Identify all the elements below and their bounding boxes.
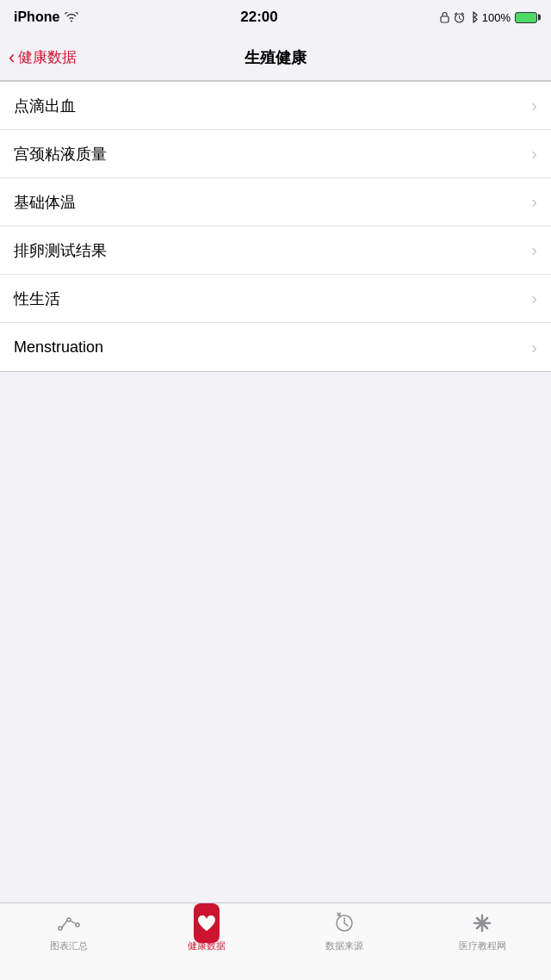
list-item-spotting-bleeding[interactable]: 点滴出血›	[0, 82, 551, 130]
tab-bar: 图表汇总 健康数据 数据来源	[0, 902, 551, 980]
main-content: 点滴出血›宫颈粘液质量›基础体温›排卵测试结果›性生活›Menstruation…	[0, 81, 551, 902]
lock-icon	[440, 11, 449, 23]
chevron-icon-ovulation-test: ›	[531, 240, 537, 260]
health-data-tab-icon	[194, 910, 220, 936]
data-sources-tab-label: 数据来源	[325, 940, 363, 952]
list-item-basal-body-temp[interactable]: 基础体温›	[0, 178, 551, 226]
list-item-label-spotting-bleeding: 点滴出血	[14, 96, 76, 116]
list-item-cervical-mucus[interactable]: 宫颈粘液质量›	[0, 130, 551, 178]
chevron-icon-cervical-mucus: ›	[531, 144, 537, 164]
device-name: iPhone	[14, 9, 59, 25]
chevron-icon-basal-body-temp: ›	[531, 192, 537, 212]
chevron-icon-menstruation: ›	[531, 338, 537, 357]
back-chevron-icon: ‹	[9, 47, 15, 69]
charts-tab-icon	[56, 910, 82, 936]
list-item-ovulation-test[interactable]: 排卵测试结果›	[0, 226, 551, 275]
nav-bar: ‹ 健康数据 生殖健康	[0, 34, 551, 81]
status-bar: iPhone 22:00 100%	[0, 0, 551, 34]
tab-data-sources[interactable]: 数据来源	[276, 910, 413, 952]
svg-rect-0	[441, 16, 449, 22]
list-item-label-ovulation-test: 排卵测试结果	[14, 240, 107, 261]
list-item-menstruation[interactable]: Menstruation›	[0, 323, 551, 371]
charts-tab-label: 图表汇总	[50, 940, 88, 952]
nav-back-label: 健康数据	[18, 47, 77, 67]
health-data-tab-label: 健康数据	[188, 940, 226, 952]
alarm-icon	[454, 12, 465, 23]
tab-medical[interactable]: 医疗教程网	[413, 910, 551, 952]
status-right: 100%	[440, 11, 537, 24]
data-sources-tab-icon	[331, 910, 357, 936]
wifi-icon	[65, 12, 78, 22]
chevron-icon-sexual-activity: ›	[531, 288, 537, 308]
battery-percent: 100%	[482, 11, 511, 24]
list-item-label-cervical-mucus: 宫颈粘液质量	[14, 144, 107, 164]
tab-health-data[interactable]: 健康数据	[138, 910, 276, 952]
medical-tab-label: 医疗教程网	[459, 940, 506, 952]
battery-icon	[515, 12, 537, 23]
bluetooth-icon	[469, 11, 478, 23]
status-time: 22:00	[240, 9, 277, 26]
status-left: iPhone	[14, 9, 78, 25]
health-data-active-bg	[194, 903, 220, 943]
list-container: 点滴出血›宫颈粘液质量›基础体温›排卵测试结果›性生活›Menstruation…	[0, 81, 551, 372]
list-item-label-sexual-activity: 性生活	[14, 288, 60, 309]
list-item-label-basal-body-temp: 基础体温	[14, 192, 76, 213]
nav-title: 生殖健康	[245, 47, 306, 68]
chevron-icon-spotting-bleeding: ›	[531, 96, 537, 115]
medical-tab-icon	[469, 910, 495, 936]
list-item-sexual-activity[interactable]: 性生活›	[0, 275, 551, 323]
list-item-label-menstruation: Menstruation	[14, 338, 103, 357]
tab-charts[interactable]: 图表汇总	[0, 910, 138, 952]
nav-back-button[interactable]: ‹ 健康数据	[9, 47, 77, 69]
